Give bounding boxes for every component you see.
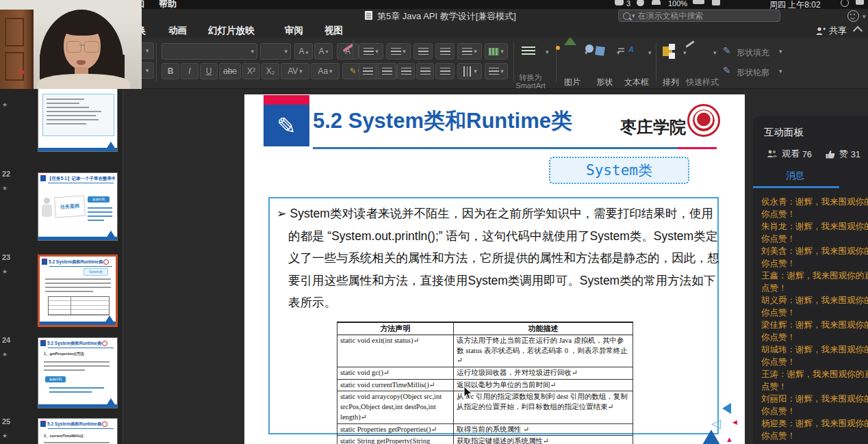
share-label: 共享: [829, 25, 847, 37]
bold-button[interactable]: B: [162, 63, 179, 79]
spotlight-icon[interactable]: [841, 0, 849, 7]
smartart-label: 转换为SmartArt: [511, 73, 550, 90]
animation-star-icon: ★: [2, 351, 8, 358]
battery-icon: [693, 0, 704, 4]
picture-label: 图片: [554, 77, 590, 88]
slide-number: 25: [1, 417, 11, 426]
slide-title-red-tab: [264, 95, 309, 105]
menu-help[interactable]: 帮助: [159, 0, 177, 9]
slide-thumbnail-23-selected[interactable]: 5.2 System类和Runtime类 System类: [38, 254, 118, 327]
share-button[interactable]: 共享: [816, 25, 847, 37]
align-right-button[interactable]: [397, 63, 415, 79]
slide-corner-triangle: [693, 430, 729, 444]
add-table-button[interactable]: ▾: [485, 43, 508, 60]
tab-view[interactable]: 视图: [324, 25, 343, 37]
table-row: static void gc()↵ 运行垃圾回收器，并对垃圾进行回收↵: [337, 367, 633, 380]
mini-titlebar: 5.2 System类和Runtime类: [40, 421, 115, 428]
align-left-button[interactable]: [359, 63, 376, 79]
mini-triangle: [106, 142, 116, 149]
method-cell: static String getProperty(String key)↵: [337, 436, 454, 444]
caret-icon: ▾: [375, 48, 379, 55]
animation-star-icon: ★: [2, 268, 8, 275]
title-underline-red: [678, 147, 717, 149]
underline-label: U: [206, 66, 212, 76]
feedback-smiley-icon[interactable]: [847, 10, 859, 22]
line-spacing-button[interactable]: ▾: [457, 43, 482, 60]
subscript-label: X₂: [266, 66, 275, 76]
display-icon[interactable]: [637, 0, 644, 6]
group-divider: [656, 43, 656, 81]
case-label: Aa: [318, 66, 328, 76]
clear-formatting-button[interactable]: A: [337, 43, 359, 60]
subscript-button[interactable]: X₂: [261, 63, 279, 79]
font-name-select[interactable]: ▾: [162, 43, 257, 60]
columns-button[interactable]: ▾: [457, 63, 482, 79]
viewers-count: 76: [802, 149, 812, 159]
quick-styles-label: 快速样式: [680, 77, 724, 88]
shape-outline-button[interactable]: 形状轮廓: [737, 67, 778, 79]
description-cell: 运行垃圾回收器，并对垃圾进行回收↵: [454, 367, 633, 380]
tab-slideshow[interactable]: 幻灯片放映: [208, 25, 255, 37]
mini-badge: 案例代码: [88, 196, 110, 203]
group-divider: [156, 43, 157, 81]
search-caret-icon: ▾: [632, 12, 635, 19]
search-icon: [623, 12, 630, 20]
table-body: static void exit(int status)↵ 该方法用于终止当前正…: [337, 335, 633, 444]
tab-animations[interactable]: 动画: [168, 25, 187, 37]
shape-fill-button[interactable]: 形状填充: [737, 47, 778, 59]
control-center-icon[interactable]: [856, 0, 864, 5]
numbering-button[interactable]: ▾: [386, 43, 411, 60]
add-person-icon: [816, 27, 826, 36]
slide-thumbnail-25[interactable]: 5.2 System类和Runtime类 2、currentTimeMillis…: [38, 418, 118, 444]
message-list[interactable]: 侯永青：谢辉，我来围观你的直播啦，给你点赞！ 朱肖龙：谢辉，我来围观你的直播啦，…: [761, 196, 868, 444]
distribute-button[interactable]: [435, 63, 455, 79]
nav-triangle-outline-icon[interactable]: ◁: [711, 416, 721, 431]
screen-mirroring-icon[interactable]: [712, 0, 720, 5]
mini-seal-icon: [102, 421, 107, 427]
strikethrough-button[interactable]: abe: [219, 63, 241, 79]
menubar-clock[interactable]: 周四 上午8:02: [769, 0, 821, 9]
prev-slide-arrow[interactable]: [722, 403, 731, 414]
caret-icon: ▾: [146, 47, 149, 54]
slide-thumbnail-22[interactable]: 【任务5-1】记录一个子串在整串中出现的次数 任务案例 案例代码: [38, 172, 118, 241]
tab-messages[interactable]: 消息: [786, 170, 804, 182]
headset-icon[interactable]: [615, 0, 624, 5]
decrease-indent-button[interactable]: [413, 43, 433, 60]
italic-button[interactable]: I: [181, 63, 199, 79]
chat-message: 王鑫：谢辉，我来围观你的直播啦，给你点赞！: [761, 270, 868, 294]
spacing-label: AV: [288, 66, 298, 76]
change-case-button[interactable]: Aa▾: [311, 63, 340, 79]
chat-message: 梁佳辉：谢辉，我来围观你的直播啦，给你点赞！: [761, 319, 868, 343]
webcam-video[interactable]: [0, 0, 142, 89]
justify-button[interactable]: [416, 63, 434, 79]
grow-font-button[interactable]: A▴: [294, 43, 313, 60]
underline-button[interactable]: U: [200, 63, 218, 79]
slide-thumbnail-24[interactable]: 5.2 System类和Runtime类 1、getProperties()方法…: [38, 337, 118, 408]
slide-thumbnail-21[interactable]: [38, 88, 118, 152]
shrink-font-button[interactable]: A▾: [314, 43, 333, 60]
collapse-ribbon-icon[interactable]: [853, 26, 863, 36]
likes-label: 赞: [839, 148, 848, 160]
mini-triangle: [106, 231, 116, 238]
document-title: 第5章 Java API 教学设计[兼容模式]: [377, 10, 516, 23]
viewers-label: 观看: [782, 148, 800, 160]
mini-figure-head: [44, 198, 50, 204]
person-sweater: [37, 74, 130, 89]
align-center-button[interactable]: [378, 63, 396, 79]
tab-review[interactable]: 审阅: [285, 25, 303, 37]
text-direction-button[interactable]: ▾: [485, 63, 508, 79]
search-input[interactable]: ▾ 在演示文稿中搜索: [618, 10, 780, 22]
increase-indent-button[interactable]: [435, 43, 455, 60]
wifi-icon[interactable]: [652, 0, 661, 5]
bullets-button[interactable]: ▾: [359, 43, 383, 60]
font-size-select[interactable]: ▾: [260, 43, 291, 60]
likes-stat[interactable]: 赞 31: [826, 148, 860, 160]
nav-triangle-red-icon: ◀: [732, 419, 737, 426]
character-spacing-button[interactable]: AV▾: [281, 63, 309, 79]
superscript-button[interactable]: X²: [242, 63, 260, 79]
mini-title-icon: [42, 259, 47, 265]
caret-icon: ▾: [546, 49, 549, 55]
slide-number: 24: [1, 336, 11, 344]
school-seal-icon: [687, 104, 720, 137]
current-slide[interactable]: ✎ 5.2 System类和Runtime类 枣庄学院 System类 ➢ Sy…: [244, 94, 745, 444]
